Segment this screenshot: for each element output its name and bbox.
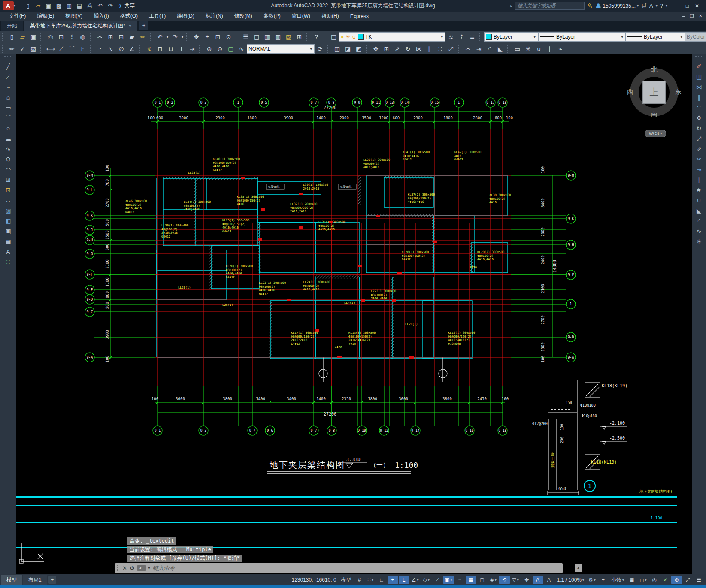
3d-object-snap-caret-icon[interactable]: ▾ [495,578,497,582]
redo-caret-icon[interactable]: ▾ [180,32,185,42]
help-icon[interactable]: ? [660,3,663,9]
lineweight-combo[interactable]: ByLayer ▾ [626,32,685,42]
annotation-visibility-toggle[interactable]: A [533,576,543,584]
layer-properties-button[interactable]: ▤ [328,32,339,42]
infer-constraints-toggle[interactable]: ∟ [376,576,387,584]
point-style-icon[interactable]: ∷ [3,257,14,267]
app-store-icon[interactable]: 🛒︎ [641,3,647,9]
trim-icon[interactable]: ✂ [694,154,705,164]
explode-icon[interactable]: ✳ [694,236,705,247]
menu-edit[interactable]: 编辑(E) [31,12,60,20]
snap-mode-caret-icon[interactable]: ▾ [372,578,373,582]
wcs-dropdown[interactable]: WCS▾ [645,130,666,137]
grid-display-toggle[interactable]: # [354,576,365,584]
draworder-front-icon[interactable]: ◫ [332,44,342,54]
make-object-layer-current-icon[interactable]: ≋ [445,32,456,42]
toolbar-grip[interactable] [306,33,309,41]
layer-on-icon[interactable]: ● [341,34,344,40]
zoom-window-icon[interactable]: ⊡ [212,32,223,42]
command-input[interactable]: 键入命令 [153,564,175,572]
menu-draw[interactable]: 绘图(D) [171,12,200,20]
search-icon[interactable]: 🔍︎ [587,3,593,9]
undo-icon[interactable]: ↶ [95,2,105,10]
app-menu-caret-icon[interactable]: ▾ [14,4,17,8]
construction-line-icon[interactable]: ⟋ [3,72,14,82]
viewcube-west[interactable]: 西 [626,88,634,96]
3d-object-snap-toggle[interactable]: ◈▾ [488,576,499,584]
chamfer-icon[interactable]: ◣ [495,44,506,54]
chamfer-icon[interactable]: ◣ [694,205,705,216]
toolbar-grip[interactable] [186,33,189,41]
doc-restore-button[interactable]: ❐ [690,13,694,19]
autodesk-app-caret-icon[interactable]: ▾ [656,4,658,8]
object-snap-tracking-toggle[interactable]: ⟋ [432,576,443,584]
extend-icon[interactable]: ⇥ [694,164,705,175]
offset-icon[interactable]: ∥ [424,44,435,54]
transparency-toggle[interactable]: ▦ [466,576,476,584]
clean-screen-toggle[interactable]: ⊘ [671,576,682,584]
dim-jogged-icon[interactable]: ∿ [105,44,116,54]
search-expand-icon[interactable]: ▸ [510,3,512,8]
block-editor-icon[interactable]: ✏ [137,32,148,42]
menu-format[interactable]: 格式(O) [115,12,143,20]
scale-icon[interactable]: ⤢ [445,44,456,54]
plot-icon[interactable]: ⎙ [45,32,56,42]
lineweight-display-toggle[interactable]: ≡ [455,576,465,584]
toolbar-grip[interactable] [327,45,330,53]
gizmo-toggle[interactable]: ✥ [521,576,532,584]
help-caret-icon[interactable]: ▾ [666,4,667,8]
circle-icon[interactable]: ○ [3,123,14,133]
dim-space-icon[interactable]: Ⅰ [176,44,187,54]
object-snap-caret-icon[interactable]: ▾ [451,578,452,582]
dim-baseline-icon[interactable]: ⊓ [155,44,165,54]
annotation-monitor-toggle[interactable]: + [598,576,609,584]
spell-check-icon[interactable]: ✓ [17,44,28,54]
mirror-icon[interactable]: ⋈ [413,44,424,54]
move-icon[interactable]: ✥ [694,113,705,123]
quick-properties-toggle[interactable]: ≣ [627,576,637,584]
lock-ui-caret-icon[interactable]: ▾ [645,578,646,582]
open-mobile-icon[interactable]: ▤ [75,2,84,10]
workspace-switching-caret-icon[interactable]: ▾ [594,578,596,582]
fillet-icon[interactable]: ◜ [484,44,495,54]
zoom-realtime-icon[interactable]: ± [202,32,212,42]
layer-previous-icon[interactable]: ⇡ [456,32,467,42]
join-icon[interactable]: ∪ [533,44,544,54]
redo-icon[interactable]: ↷ [106,2,115,10]
rotate-icon[interactable]: ↻ [694,123,705,133]
toolbar-grip[interactable] [324,33,327,41]
dim-update-icon[interactable]: ⟳ [315,44,325,54]
spline-icon[interactable]: ∿ [3,144,14,154]
command-bar[interactable]: ✕ ⚙ >_ ▾ 键入命令 [115,563,563,573]
snap-mode-toggle[interactable]: ∷▾ [365,576,376,584]
fillet-icon[interactable]: ◜ [694,216,705,226]
toolbar-grip[interactable] [458,45,461,53]
fullscreen-toggle[interactable]: ⤢ [682,576,693,584]
designcenter-icon[interactable]: ▤ [251,32,262,42]
plot-icon[interactable]: ⎙ [85,2,94,10]
menu-help[interactable]: 帮助(H) [316,12,345,20]
multiline-text-icon[interactable]: A [3,247,14,257]
help-icon[interactable]: ? [311,32,322,42]
polygon-icon[interactable]: ⌂ [3,92,14,103]
doc-close-button[interactable]: ✕ [699,13,703,19]
dim-style-combo[interactable]: NORMAL ▾ [247,44,315,54]
toolbar-grip[interactable] [150,33,153,41]
polyline-icon[interactable]: ⌁ [3,82,14,92]
center-mark-icon[interactable]: ⊙ [215,44,225,54]
object-snap-toggle[interactable]: ▣▾ [443,576,454,584]
toolbar-grip[interactable] [90,33,93,41]
layer-combo-caret-icon[interactable]: ▾ [441,35,444,39]
undo-caret-icon[interactable]: ▾ [165,32,170,42]
toolbar-grip[interactable] [366,45,369,53]
quickcalc-icon[interactable]: ⊞ [294,32,305,42]
annotation-scale-caret-icon[interactable]: ▾ [582,578,584,582]
menu-parametric[interactable]: 参数(P) [258,12,286,20]
polar-tracking-caret-icon[interactable]: ▾ [417,578,418,582]
insert-block-icon[interactable]: ⊞ [3,175,14,185]
region-icon[interactable]: ▣ [3,226,14,236]
dim-break-icon[interactable]: ⇥ [187,44,197,54]
publish-icon[interactable]: ⇪ [67,32,77,42]
qnew-icon[interactable]: ▯ [23,2,33,10]
color-combo-caret-icon[interactable]: ▾ [533,35,536,39]
